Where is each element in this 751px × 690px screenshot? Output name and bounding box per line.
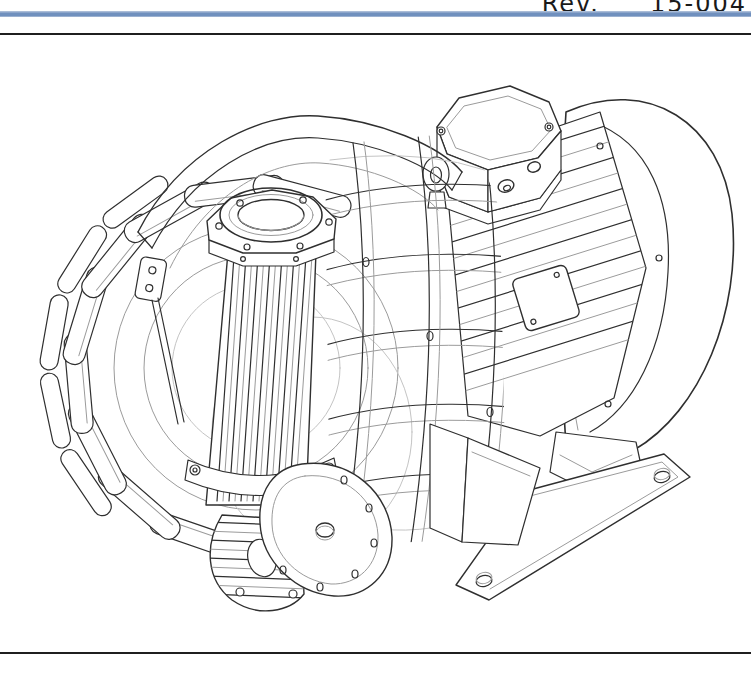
support-bracket	[430, 424, 540, 545]
terminal-box	[437, 86, 561, 224]
side-bracket	[134, 256, 167, 302]
blower-technical-drawing	[0, 0, 751, 690]
